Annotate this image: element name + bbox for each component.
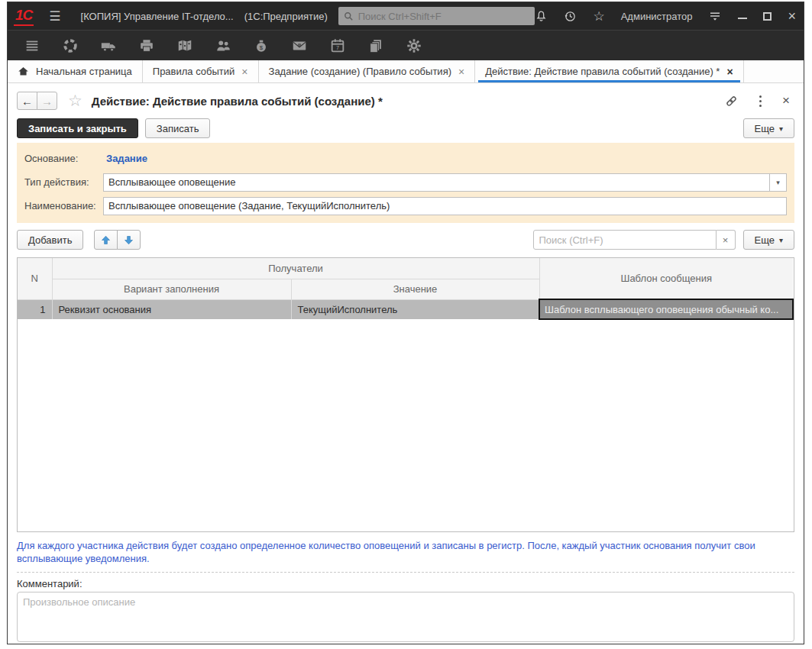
form-header: ← → ☆ Действие: Действие правила событий… [17, 86, 794, 115]
lifebuoy-icon[interactable] [61, 37, 79, 55]
name-label: Наименование: [24, 200, 103, 211]
tab-close-icon[interactable]: × [458, 66, 464, 78]
column-header-variant: Вариант заполнения [52, 279, 291, 299]
tab-label: Действие: Действие правила событий (созд… [485, 66, 720, 77]
table-empty-area[interactable] [18, 320, 794, 531]
function-panel: $ 7 [8, 30, 804, 60]
map-icon[interactable] [176, 37, 194, 55]
close-window-button[interactable]: × [788, 9, 796, 23]
header-fields-panel: Основание: Задание Тип действия: ▾ Наиме… [17, 143, 794, 223]
action-type-label: Тип действия: [24, 176, 103, 188]
osnovanie-link[interactable]: Задание [106, 153, 147, 164]
delivery-truck-icon[interactable] [99, 37, 118, 55]
titlebar: 1С ☰ [КОПИЯ] Управление IT-отдело... (1С… [8, 2, 804, 30]
add-to-favorites-star-icon[interactable]: ☆ [68, 92, 82, 110]
tab-close-icon[interactable]: × [726, 66, 733, 78]
cell-variant[interactable]: Реквизит основания [52, 299, 291, 319]
tab-action-create[interactable]: Действие: Действие правила событий (созд… [475, 60, 743, 82]
table-search-input[interactable] [533, 230, 717, 250]
chevron-down-icon: ▾ [779, 236, 783, 244]
gear-icon[interactable] [405, 37, 423, 55]
form-title: Действие: Действие правила событий (созд… [92, 95, 383, 108]
more-commands-icon[interactable] [759, 95, 762, 107]
service-menu-icon[interactable] [708, 9, 722, 23]
forward-button[interactable]: → [37, 92, 57, 110]
table-row[interactable]: 1 Реквизит основания ТекущийИсполнитель … [18, 299, 793, 319]
calendar-icon[interactable]: 7 [328, 37, 347, 55]
back-button[interactable]: ← [17, 92, 37, 110]
tab-close-icon[interactable]: × [241, 66, 247, 78]
favorites-star-icon[interactable]: ☆ [593, 8, 604, 24]
save-button[interactable]: Записать [145, 118, 211, 138]
action-type-input[interactable] [103, 173, 770, 192]
tab-label: Задание (создание) (Правило события) [269, 66, 451, 77]
chevron-down-icon: ▾ [779, 124, 783, 133]
cell-template[interactable]: Шаблон всплывающего оповещения обычный к… [539, 299, 793, 319]
form-content: ← → ☆ Действие: Действие правила событий… [8, 83, 804, 644]
main-menu-icon[interactable]: ☰ [49, 8, 60, 24]
recipients-table: N Получатели Шаблон сообщения Вариант за… [17, 257, 794, 532]
printer-icon[interactable] [137, 37, 156, 55]
history-icon[interactable] [564, 10, 577, 23]
documents-copy-icon[interactable] [367, 37, 385, 55]
notifications-bell-icon[interactable] [535, 10, 548, 23]
tab-label: Начальная страница [36, 66, 132, 77]
more-button[interactable]: Еще ▾ [743, 118, 794, 138]
close-form-icon[interactable]: × [782, 93, 790, 108]
titlebar-right: ☆ Администратор × [535, 8, 796, 24]
get-link-icon[interactable] [724, 94, 739, 108]
comment-label: Комментарий: [17, 578, 794, 589]
osnovanie-label: Основание: [24, 153, 103, 164]
global-search-input[interactable] [358, 11, 531, 22]
column-group-recipients: Получатели [52, 258, 539, 279]
mail-icon[interactable] [290, 37, 309, 55]
current-user[interactable]: Администратор [621, 11, 693, 22]
tab-label: Правила событий [153, 66, 235, 77]
tab-bar: Начальная страница Правила событий × Зад… [8, 60, 804, 83]
tab-task-create[interactable]: Задание (создание) (Правило события) × [259, 60, 476, 82]
hint-text: Для каждого участника действия будет соз… [17, 539, 794, 565]
column-header-value: Значение [291, 279, 539, 299]
minimize-button[interactable] [738, 18, 747, 19]
maximize-button[interactable] [763, 12, 772, 21]
tab-home[interactable]: Начальная страница [8, 60, 143, 82]
app-window: 1С ☰ [КОПИЯ] Управление IT-отдело... (1С… [7, 2, 804, 644]
table-toolbar: Добавить × Еще ▾ [17, 226, 794, 253]
cell-value[interactable]: ТекущийИсполнитель [291, 299, 539, 319]
add-row-button[interactable]: Добавить [17, 230, 83, 250]
home-icon [18, 66, 29, 77]
action-type-combo: ▾ [103, 173, 787, 192]
logo-1c-icon: 1С [14, 7, 34, 26]
move-down-button[interactable] [117, 230, 141, 250]
window-title: [КОПИЯ] Управление IT-отдело... [81, 11, 234, 22]
dashed-divider [17, 572, 794, 573]
employees-icon[interactable] [214, 37, 232, 55]
global-search[interactable] [338, 7, 535, 25]
cell-row-number[interactable]: 1 [18, 299, 52, 319]
svg-text:7: 7 [336, 44, 339, 51]
comment-textarea[interactable] [17, 592, 794, 642]
app-name: (1С:Предприятие) [244, 11, 328, 22]
command-bar: Записать и закрыть Записать Еще ▾ [17, 115, 794, 141]
move-up-button[interactable] [94, 230, 118, 250]
save-and-close-button[interactable]: Записать и закрыть [17, 118, 138, 138]
tab-event-rules[interactable]: Правила событий × [143, 60, 259, 82]
action-type-dropdown-button[interactable]: ▾ [770, 173, 787, 192]
search-icon [343, 11, 354, 22]
table-more-button[interactable]: Еще ▾ [743, 230, 794, 250]
money-bag-icon[interactable]: $ [252, 37, 270, 55]
functions-menu-icon[interactable] [23, 37, 41, 55]
svg-text:$: $ [260, 44, 264, 50]
column-header-n: N [18, 258, 52, 299]
name-input[interactable] [103, 197, 787, 215]
clear-search-icon[interactable]: × [717, 230, 736, 250]
column-header-template: Шаблон сообщения [539, 258, 793, 299]
